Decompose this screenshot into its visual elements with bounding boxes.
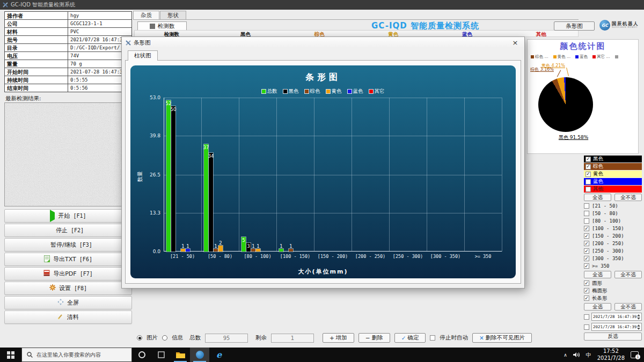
file-explorer-button[interactable] <box>171 348 190 362</box>
size-filter-row[interactable]: ✓[200 - 250) <box>584 240 642 247</box>
add-button[interactable]: + 增加 <box>323 333 354 343</box>
size-filter-row[interactable]: [50 - 80) <box>584 210 642 217</box>
action-button-停止[interactable]: 停止[F2] <box>4 224 132 237</box>
spinner-down-icon[interactable] <box>637 328 640 330</box>
shape-checkbox[interactable]: ✓ <box>584 280 589 286</box>
size-filter-row[interactable]: [80 - 100) <box>584 217 642 225</box>
task-view-button[interactable] <box>151 348 171 362</box>
notification-center-icon[interactable]: 1 <box>631 351 639 358</box>
action-button-hotkey: [F2] <box>71 227 84 233</box>
select-all-button[interactable]: 全选 <box>584 194 611 201</box>
spinner-up-icon[interactable] <box>637 314 640 316</box>
color-checkbox[interactable] <box>586 187 591 192</box>
size-filter-label: [250 - 300) <box>592 248 624 254</box>
auto-on-stop-checkbox[interactable] <box>430 335 435 341</box>
dialog-titlebar[interactable]: 条形图 × <box>122 37 524 48</box>
size-filter-row[interactable]: [21 - 50) <box>584 202 642 210</box>
color-checkbox[interactable]: ✓ <box>586 164 591 169</box>
radio-image[interactable] <box>137 335 142 341</box>
size-checkbox[interactable]: ✓ <box>584 256 589 261</box>
select-none-button[interactable]: 全不选 <box>614 271 642 278</box>
start-button[interactable] <box>0 348 21 362</box>
datetime-checkbox[interactable] <box>584 314 589 320</box>
ime-indicator[interactable]: 中 <box>586 351 591 359</box>
shape-filter-row[interactable]: ✓长条形 <box>584 294 642 302</box>
action-button-清料[interactable]: 清料 <box>4 311 132 324</box>
size-filter-row[interactable]: ✓[250 - 300) <box>584 247 642 255</box>
pie-legend-item: 其它 ... <box>592 54 610 60</box>
dialog-close-button[interactable]: × <box>506 37 524 48</box>
action-button-全屏[interactable]: 全屏 <box>4 296 132 309</box>
action-button-设置[interactable]: 设置[F8] <box>4 282 132 295</box>
taskbar-search-box[interactable]: 在这里输入你要搜索的内容 <box>21 348 132 362</box>
size-checkbox[interactable]: ✓ <box>584 263 589 269</box>
shape-checkbox[interactable]: ✓ <box>584 295 589 301</box>
action-button-label: 停止 <box>56 226 68 234</box>
size-checkbox[interactable]: ✓ <box>584 248 589 254</box>
spinner-down-icon[interactable] <box>637 317 640 320</box>
datetime-checkbox[interactable] <box>584 324 589 330</box>
size-checkbox[interactable]: ✓ <box>584 233 589 239</box>
size-checkbox[interactable]: ✓ <box>584 226 589 231</box>
gc-iqd-app-button[interactable] <box>190 348 209 362</box>
clock[interactable]: 17:52 2021/7/28 <box>597 348 625 361</box>
datetime-field[interactable]: 2021/7/28 16:47:39 <box>591 323 642 331</box>
action-button-导出PDF[interactable]: 导出PDF[F7] <box>4 267 132 280</box>
shape-filter-row[interactable]: ✓椭圆形 <box>584 287 642 294</box>
invert-selection-button[interactable]: 反选 <box>584 333 642 341</box>
color-toggle-黄色[interactable]: ✓黄色 <box>584 171 642 178</box>
dialog-tab-histogram[interactable]: 柱状图 <box>128 50 158 61</box>
shape-filter-row[interactable]: ✓圆形 <box>584 279 642 287</box>
bar-chart-button[interactable]: 条形图 <box>554 21 595 31</box>
tab-杂质[interactable]: 杂质 <box>133 11 159 20</box>
datetime-spinner[interactable] <box>637 324 640 330</box>
select-none-button[interactable]: 全不选 <box>614 303 642 311</box>
select-all-button[interactable]: 全选 <box>584 271 611 278</box>
x-gridline <box>389 98 390 252</box>
action-button-导出TXT[interactable]: 导出TXT[F6] <box>4 253 132 266</box>
y-tick-label: 0.0 <box>141 249 160 254</box>
delete-invisible-button[interactable]: ✕ 删除不可见图片 <box>472 333 532 343</box>
delete-button[interactable]: − 删除 <box>358 333 390 343</box>
x-tick-label: >= 350 <box>464 254 502 259</box>
size-checkbox[interactable] <box>584 203 589 209</box>
info-row-label: 重量 <box>5 60 68 68</box>
size-filter-row[interactable]: ✓[150 - 200) <box>584 232 642 240</box>
total-input[interactable]: 95 <box>205 334 248 343</box>
cortana-icon <box>138 351 145 358</box>
size-filter-row[interactable]: ✓[100 - 150) <box>584 225 642 232</box>
cortana-button[interactable] <box>132 348 151 362</box>
color-checkbox[interactable]: ✓ <box>586 172 591 177</box>
remain-input[interactable]: 1 <box>271 334 314 343</box>
volume-icon[interactable] <box>573 352 580 358</box>
auto-on-stop-label: 停止时自动 <box>440 334 468 342</box>
size-checkbox[interactable] <box>584 218 589 224</box>
size-filter-row[interactable]: ✓[300 - 350) <box>584 255 642 262</box>
color-checkbox[interactable]: ✓ <box>586 157 591 162</box>
size-filter-row[interactable]: ✓>= 350 <box>584 262 642 270</box>
shape-checkbox[interactable]: ✓ <box>584 288 589 293</box>
size-checkbox[interactable]: ✓ <box>584 241 589 246</box>
x-axis-label: 大小(单位mm) <box>130 268 516 276</box>
action-button-开始[interactable]: 开始[F1] <box>4 209 132 223</box>
confirm-button[interactable]: ✓ 确定 <box>394 333 426 343</box>
tab-形状[interactable]: 形状 <box>160 11 186 20</box>
select-all-button[interactable]: 全选 <box>584 303 611 311</box>
datetime-filter-row: 2021/7/28 16:47:39 <box>584 312 642 322</box>
ie-button[interactable]: e <box>209 348 229 362</box>
color-checkbox[interactable] <box>586 179 591 184</box>
radio-info[interactable] <box>162 335 167 341</box>
color-toggle-黑色[interactable]: ✓黑色 <box>584 156 642 162</box>
size-checkbox[interactable] <box>584 211 589 216</box>
search-icon <box>27 352 33 358</box>
color-toggle-棕色[interactable]: ✓棕色 <box>584 163 642 170</box>
select-none-button[interactable]: 全不选 <box>614 194 642 201</box>
datetime-spinner[interactable] <box>637 314 640 320</box>
action-button-暂停/继续[interactable]: 暂停/继续[F3] <box>4 238 132 252</box>
info-row: 持续时间0:5:55 <box>5 76 131 84</box>
color-toggle-蓝色[interactable]: 蓝色 <box>584 178 642 185</box>
datetime-field[interactable]: 2021/7/28 16:47:39 <box>591 313 642 321</box>
color-toggle-其他[interactable]: 其他 <box>584 186 642 193</box>
tray-expand-icon[interactable]: ∧ <box>564 352 567 358</box>
spinner-up-icon[interactable] <box>637 324 640 327</box>
